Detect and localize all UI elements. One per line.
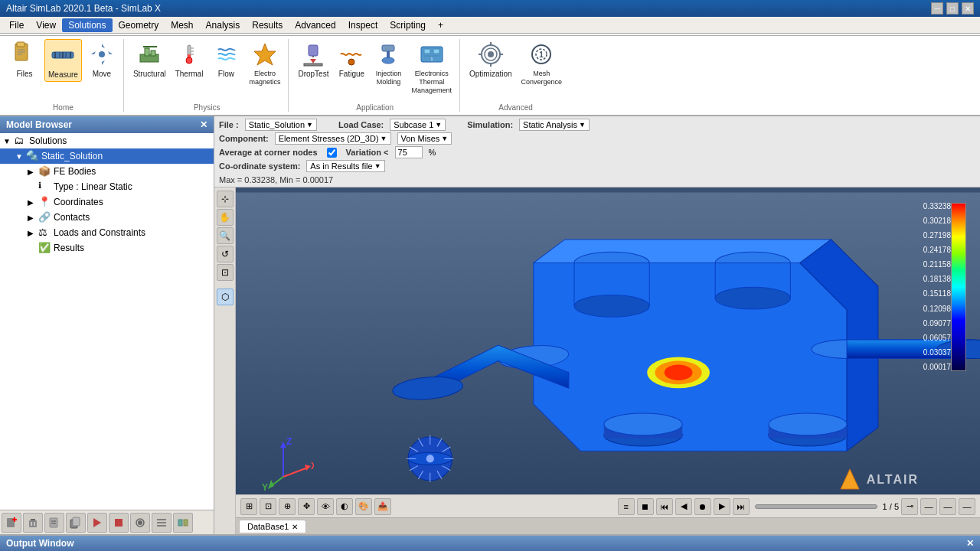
tree-item-contacts[interactable]: ▶ 🔗 Contacts xyxy=(0,210,214,225)
expand-static-solution[interactable]: ▼ xyxy=(15,152,26,161)
mesh-convergence-button[interactable]: 1 MeshConvergence xyxy=(518,39,566,88)
expand-solutions[interactable]: ▼ xyxy=(3,137,14,145)
electromagnetics-button[interactable]: Electromagnetics xyxy=(246,39,283,88)
maximize-button[interactable]: □ xyxy=(946,2,959,15)
droptest-button[interactable]: DropTest xyxy=(295,39,332,80)
legend-button[interactable]: — xyxy=(920,498,937,515)
output-close[interactable]: ✕ xyxy=(966,538,974,549)
compare-button[interactable] xyxy=(173,513,193,533)
optimization-label: Optimization xyxy=(469,70,512,79)
tree-item-results[interactable]: ▶ ✅ Results xyxy=(0,240,214,256)
delete-button[interactable] xyxy=(23,513,43,533)
scale-value-9: 0.06057 xyxy=(923,334,951,342)
expand-contacts[interactable]: ▶ xyxy=(28,214,38,222)
menu-plus[interactable]: + xyxy=(432,18,449,32)
average-checkbox[interactable] xyxy=(327,148,337,158)
simulation-dropdown[interactable]: Static Analysis xyxy=(519,119,590,131)
svg-marker-12 xyxy=(102,57,105,65)
probe-result-button[interactable]: — xyxy=(939,498,956,515)
thermal-button[interactable]: Thermal xyxy=(172,39,207,80)
probe-tool[interactable]: ⬡ xyxy=(217,289,234,305)
abort-button[interactable] xyxy=(109,513,129,533)
tree-item-coordinates[interactable]: ▶ 📍 Coordinates xyxy=(0,194,214,210)
tree-item-fe-bodies[interactable]: ▶ 📦 FE Bodies xyxy=(0,164,214,179)
step-back-button[interactable]: ◀ xyxy=(675,498,692,515)
fatigue-button[interactable]: Fatigue xyxy=(335,39,368,80)
menu-advanced[interactable]: Advanced xyxy=(289,18,341,32)
menu-mesh[interactable]: Mesh xyxy=(165,18,199,32)
expand-fe-bodies[interactable]: ▶ xyxy=(28,168,38,176)
result-type-button[interactable]: ⊸ xyxy=(901,498,918,515)
expand-loads[interactable]: ▶ xyxy=(28,229,38,237)
move-button[interactable]: Move xyxy=(85,39,119,80)
menu-solutions[interactable]: Solutions xyxy=(62,18,112,32)
box-select-button[interactable]: ⊡ xyxy=(260,498,276,515)
expand-coordinates[interactable]: ▶ xyxy=(28,198,38,207)
shading-button[interactable]: ◐ xyxy=(336,498,353,515)
menu-inspect[interactable]: Inspect xyxy=(342,18,384,32)
next-frame-button[interactable]: ⏭ xyxy=(733,498,750,515)
settings-button[interactable] xyxy=(130,513,150,533)
tree-item-static-solution[interactable]: ▼ 🔩 Static_Solution xyxy=(0,148,214,164)
injection-molding-button[interactable]: InjectionMolding xyxy=(371,39,405,88)
component-dropdown[interactable]: Element Stresses (2D_3D) xyxy=(275,132,391,145)
animate-button[interactable]: — xyxy=(959,498,975,515)
minimize-button[interactable]: ─ xyxy=(931,2,943,15)
entity-button[interactable]: ⊕ xyxy=(279,498,296,515)
close-button[interactable]: ✕ xyxy=(962,2,974,15)
tree-item-loads[interactable]: ▶ ⚖ Loads and Constraints xyxy=(0,225,214,240)
variation-input[interactable] xyxy=(395,146,423,158)
move-label: Move xyxy=(93,70,111,79)
flow-button[interactable]: Flow xyxy=(209,39,243,80)
measure-button[interactable]: Measure xyxy=(44,39,82,82)
structural-button[interactable]: Structural xyxy=(130,39,169,80)
step-forward-button[interactable]: ▶ xyxy=(714,498,730,515)
rotate-tool[interactable]: ↺ xyxy=(217,246,234,262)
model-browser-close[interactable]: ✕ xyxy=(200,119,207,130)
component-type-dropdown[interactable]: Von Mises xyxy=(397,132,452,145)
fe-bodies-label: FE Bodies xyxy=(54,166,211,177)
export-button[interactable]: 📤 xyxy=(374,498,391,515)
scale-value-4: 0.21158 xyxy=(923,261,951,269)
list-button[interactable] xyxy=(152,513,172,533)
svg-rect-36 xyxy=(424,49,430,54)
loadcase-dropdown[interactable]: Subcase 1 xyxy=(390,119,446,131)
select-mode-button[interactable]: ⊞ xyxy=(240,498,257,515)
rename-button[interactable] xyxy=(44,513,64,533)
tab-close-button[interactable]: ✕ xyxy=(292,523,298,531)
play-settings-button[interactable]: ≡ xyxy=(618,498,635,515)
stop-button[interactable]: ⏹ xyxy=(637,498,654,515)
menu-analysis[interactable]: Analysis xyxy=(200,18,247,32)
select-tool[interactable]: ⊹ xyxy=(217,191,234,207)
files-button[interactable]: Files xyxy=(8,39,41,80)
menu-results[interactable]: Results xyxy=(246,18,289,32)
svg-point-31 xyxy=(348,59,354,65)
pan-tool[interactable]: ✋ xyxy=(217,209,234,226)
solve-button[interactable] xyxy=(87,513,107,533)
fit-tool[interactable]: ⊡ xyxy=(217,264,234,281)
pan-view-button[interactable]: ✥ xyxy=(298,498,315,515)
play-button[interactable]: ⏺ xyxy=(694,498,711,515)
zoom-tool[interactable]: 🔍 xyxy=(217,227,234,244)
electronics-thermal-button[interactable]: 1 ElectronicsThermalManagement xyxy=(408,39,455,96)
playback-slider[interactable] xyxy=(755,504,877,509)
svg-point-98 xyxy=(426,455,434,462)
optimization-button[interactable]: Optimization xyxy=(466,39,515,80)
copy-button[interactable] xyxy=(66,513,86,533)
tree-item-type[interactable]: ▶ ℹ Type : Linear Static xyxy=(0,179,214,194)
menu-geometry[interactable]: Geometry xyxy=(113,18,165,32)
colormap-button[interactable]: 🎨 xyxy=(355,498,372,515)
file-dropdown[interactable]: Static_Solution xyxy=(245,119,317,131)
view-orient-button[interactable]: 👁 xyxy=(317,498,334,515)
prev-frame-button[interactable]: ⏮ xyxy=(656,498,673,515)
menu-file[interactable]: File xyxy=(3,18,30,32)
menu-view[interactable]: View xyxy=(30,18,62,32)
titlebar-controls[interactable]: ─ □ ✕ xyxy=(931,2,974,15)
new-button[interactable] xyxy=(2,513,21,533)
menu-scripting[interactable]: Scripting xyxy=(384,18,432,32)
coordinate-dropdown[interactable]: As in Results file xyxy=(306,160,384,172)
tree-item-solutions[interactable]: ▼ 🗂 Solutions xyxy=(0,133,214,148)
max-min-label: Max = 0.33238, Min = 0.00017 xyxy=(219,175,333,184)
database1-tab[interactable]: DataBase1 ✕ xyxy=(239,520,306,533)
file-value: Static_Solution xyxy=(249,120,305,129)
